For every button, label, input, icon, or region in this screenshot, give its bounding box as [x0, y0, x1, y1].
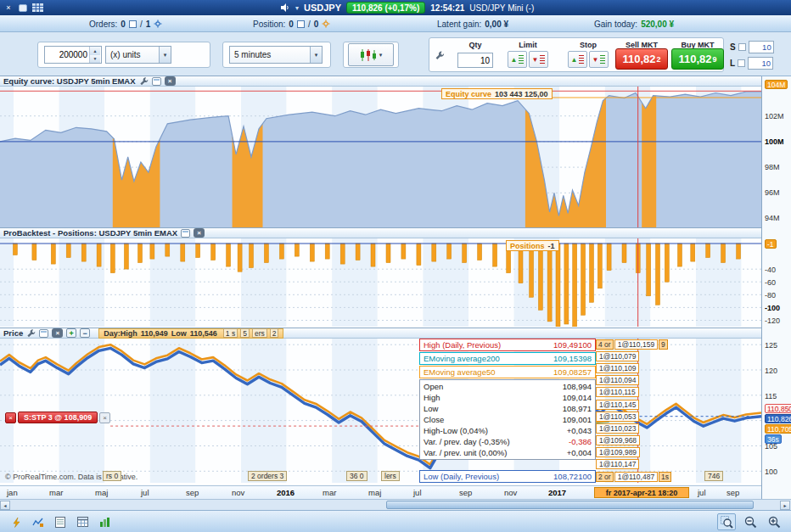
x-axis-label: sep — [459, 488, 472, 497]
zoom-out-icon[interactable] — [741, 513, 760, 530]
quantity-down-button[interactable]: ▼ — [90, 55, 100, 64]
instrument-dropdown-caret[interactable]: ▾ — [295, 4, 299, 12]
close-window-button[interactable]: × — [3, 2, 14, 14]
draw-tools-icon[interactable] — [29, 513, 48, 530]
limit-buy-button[interactable]: ▲ — [508, 51, 527, 68]
wrench-icon[interactable] — [26, 328, 36, 338]
orders-list-icon[interactable] — [129, 20, 137, 28]
wrench-icon[interactable] — [139, 76, 149, 86]
quantity-stepper[interactable]: ▲ ▼ — [44, 46, 102, 64]
price-axis-column[interactable]: 104M102M100M98M96M94M-1-40-60-80-100-120… — [761, 76, 791, 499]
stop-order-tag[interactable]: × S:STP 3 @ 108,909 × — [5, 412, 110, 423]
minimize-window-button[interactable] — [17, 2, 29, 14]
wrench-icon[interactable] — [435, 50, 445, 60]
zoom-out-icon[interactable]: − — [80, 328, 90, 338]
timeframe-select[interactable]: 5 minutes ▾ — [229, 46, 323, 64]
price-panel-title: Price — [3, 328, 23, 338]
scroll-left-button[interactable]: ◂ — [0, 501, 10, 510]
order-marker-tag[interactable]: lers — [381, 471, 400, 481]
order-marker-tag[interactable]: 746 — [704, 471, 723, 481]
arrow-up-icon: ▲ — [571, 56, 578, 64]
position-settings-gear-icon[interactable] — [322, 20, 330, 28]
close-panel-icon[interactable]: × — [52, 328, 63, 338]
scroll-right-button[interactable]: ▸ — [780, 501, 790, 510]
ladder-row[interactable]: 1@110,109 — [596, 362, 671, 373]
quote-row: Var. / prev. day (-0,35%)-0,386 — [420, 436, 595, 447]
layout-grid-button[interactable] — [31, 2, 43, 14]
order-marker-tag[interactable]: 2 orders 3 — [248, 471, 287, 481]
qty-input[interactable] — [457, 53, 493, 68]
ladder-row[interactable]: 1@110,147 — [596, 459, 671, 470]
limit-sell-button[interactable]: ▼ — [529, 51, 548, 68]
statistics-icon[interactable] — [95, 513, 114, 530]
equity-curve-svg[interactable] — [0, 87, 761, 227]
ladder-row[interactable]: 1@109,968 — [596, 435, 671, 446]
ladder-row[interactable]: 1@110,053 — [596, 411, 671, 422]
order-tag: 5 — [240, 328, 250, 338]
chart-style-button[interactable]: ▾ — [348, 43, 394, 66]
stop-buy-button[interactable]: ▲ — [568, 51, 587, 68]
daily-low-value: 108,72100 — [553, 472, 592, 481]
zoom-selection-icon[interactable] — [717, 513, 736, 530]
scrollbar-thumb[interactable] — [386, 501, 754, 509]
cancel-stop-icon[interactable]: × — [99, 412, 110, 423]
close-panel-icon[interactable]: × — [194, 228, 205, 238]
spreadsheet-icon[interactable] — [73, 513, 92, 530]
quote-value: +0,043 — [567, 426, 592, 435]
stop-loss-label: S — [730, 42, 736, 52]
x-axis-label: nov — [232, 488, 244, 497]
stop-sell-button[interactable]: ▼ — [589, 51, 609, 68]
bottom-toolbar — [0, 510, 791, 532]
close-panel-icon[interactable]: × — [165, 76, 176, 86]
quantity-up-button[interactable]: ▲ — [90, 47, 100, 55]
title-bar: × ▾ USDJPY 110,826 (+0,17%) 12:54:21 USD… — [0, 0, 791, 15]
positions-panel-header: ProBacktest - Positions: USDJPY 5min EMA… — [0, 227, 761, 238]
quantity-input[interactable] — [45, 47, 89, 63]
volume-icon[interactable] — [280, 3, 290, 13]
maximize-panel-icon[interactable] — [39, 329, 48, 338]
ladder-row[interactable]: 1@110,079 — [596, 350, 671, 361]
orders-list-icon[interactable] — [51, 513, 70, 530]
horizontal-scrollbar[interactable]: ◂ ▸ — [0, 499, 791, 510]
equity-panel: Equity curve: USDJPY 5min EMAX × Equity … — [0, 76, 761, 227]
positions-axis-label: -100 — [765, 304, 780, 312]
ladder-row[interactable]: 1@110,023 — [596, 423, 671, 434]
equity-chart[interactable]: Equity curve 103 443 125,00 — [0, 87, 761, 227]
order-marker-tag[interactable]: 36 0 — [346, 471, 367, 481]
limit-order-input[interactable] — [748, 57, 773, 70]
ladder-row[interactable]: 1@109,989 — [596, 447, 671, 458]
zoom-in-icon[interactable]: + — [66, 328, 76, 338]
price-axis-badge-current: 110,826 — [765, 414, 791, 423]
ladder-row[interactable]: 2 or1@110,4871s — [596, 471, 671, 482]
order-price-ladder: 4 or1@110,15991@110,0791@110,1091@110,09… — [596, 339, 671, 483]
maximize-panel-icon[interactable] — [181, 229, 190, 238]
ladder-row[interactable]: 4 or1@110,1599 — [596, 339, 671, 350]
price-chart[interactable]: High (Daily, Previous)109,49100EMoving a… — [0, 339, 761, 483]
ladder-row[interactable]: 1@110,115 — [596, 387, 671, 398]
daily-low-label: Low (Daily, Previous) — [424, 472, 499, 481]
limit-order-checkbox[interactable] — [738, 59, 745, 67]
ladder-row[interactable]: 1@110,094 — [596, 375, 671, 386]
ladder-row[interactable]: 1@110,145 — [596, 399, 671, 410]
orders-settings-gear-icon[interactable] — [154, 20, 162, 28]
position-list-icon[interactable] — [297, 20, 305, 28]
time-axis[interactable]: fr 2017-apr-21 18:20 janmarmajjulsepnov2… — [0, 485, 761, 499]
positions-chart[interactable]: Positions -1 — [0, 238, 761, 327]
gain-today-label: Gain today: — [594, 20, 637, 29]
units-select[interactable]: (x) units ▾ — [105, 46, 171, 64]
grid-icon — [32, 3, 43, 12]
arrow-down-icon: ▼ — [592, 56, 599, 64]
maximize-panel-icon[interactable] — [152, 77, 161, 86]
indicator-row: High (Daily, Previous)109,49100 — [419, 339, 596, 351]
buy-market-button[interactable]: 110,829 — [671, 48, 724, 70]
stop-loss-checkbox[interactable] — [738, 43, 746, 51]
stop-loss-input[interactable] — [749, 41, 774, 53]
positions-bars-svg[interactable] — [0, 238, 761, 327]
quote-label: Var. / prev. day (-0,35%) — [424, 437, 510, 446]
sell-market-button[interactable]: 110,822 — [615, 48, 668, 70]
connection-icon[interactable] — [7, 513, 25, 530]
order-marker-tag[interactable]: rs 0 — [103, 471, 121, 481]
price-axis-badge-stop: 110,705 — [765, 424, 791, 434]
order-count-tag: 4 or — [596, 339, 614, 350]
zoom-in-icon[interactable] — [765, 513, 783, 530]
